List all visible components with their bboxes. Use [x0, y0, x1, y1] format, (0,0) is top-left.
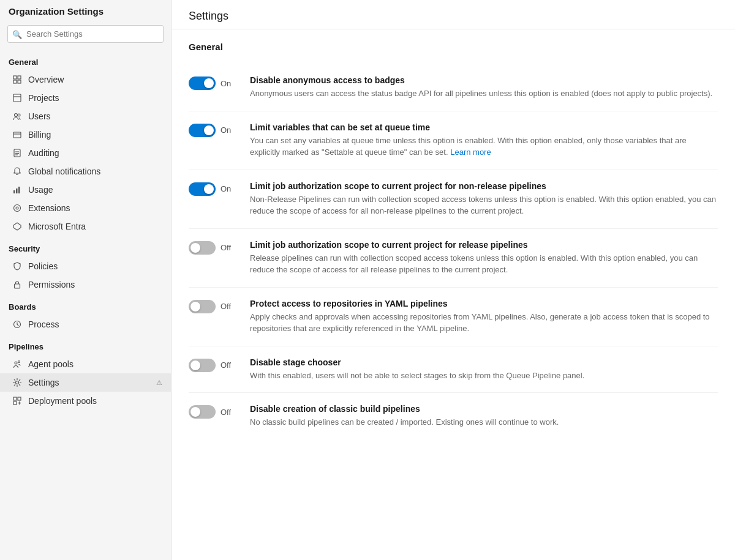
microsoft-entra-label: Microsoft Entra — [28, 222, 162, 231]
toggle-label-limit-job-auth-nonrelease: On — [221, 184, 234, 193]
toggle-knob-disable-stage-chooser — [190, 360, 200, 370]
section-label-pipelines: Pipelines — [0, 334, 171, 355]
toggle-disable-stage-chooser[interactable] — [189, 359, 216, 372]
toggle-limit-job-auth-nonrelease[interactable] — [189, 182, 216, 196]
global-notifications-label: Global notifications — [28, 166, 162, 176]
deployment-pools-icon — [12, 396, 22, 406]
setting-title-limit-job-auth-release: Limit job authorization scope to current… — [250, 240, 718, 250]
agent-pools-label: Agent pools — [28, 359, 162, 369]
setting-content-limit-job-auth-release: Limit job authorization scope to current… — [250, 240, 718, 276]
toggle-area-disable-classic-pipelines: Off — [189, 404, 238, 419]
toggle-limit-job-auth-release[interactable] — [189, 241, 216, 255]
setting-desc-disable-classic-pipelines: No classic build pipelines can be create… — [250, 416, 718, 428]
sidebar-item-extensions[interactable]: Extensions — [0, 199, 171, 217]
svg-rect-1 — [18, 76, 21, 79]
toggle-area-limit-job-auth-release: Off — [189, 240, 238, 255]
process-label: Process — [28, 319, 162, 329]
svg-point-17 — [14, 205, 21, 212]
toggle-anonymous-badges[interactable] — [189, 77, 216, 90]
sidebar-item-policies[interactable]: Policies — [0, 257, 171, 275]
setting-content-anonymous-badges: Disable anonymous access to badgesAnonym… — [250, 75, 718, 100]
svg-rect-0 — [13, 76, 17, 79]
settings-list: OnDisable anonymous access to badgesAnon… — [189, 64, 718, 439]
setting-row-limit-variables: OnLimit variables that can be set at que… — [189, 111, 718, 170]
extensions-label: Extensions — [28, 203, 162, 213]
setting-title-protect-yaml-repos: Protect access to repositories in YAML p… — [250, 299, 718, 308]
setting-link-limit-variables[interactable]: Learn more — [450, 147, 491, 157]
auditing-icon — [12, 148, 22, 158]
microsoft-entra-icon — [12, 222, 22, 231]
svg-rect-20 — [15, 284, 20, 288]
sidebar-nav: GeneralOverviewProjectsUsersBillingAudit… — [0, 49, 171, 560]
toggle-disable-classic-pipelines[interactable] — [189, 405, 216, 419]
setting-row-anonymous-badges: OnDisable anonymous access to badgesAnon… — [189, 64, 718, 111]
setting-content-protect-yaml-repos: Protect access to repositories in YAML p… — [250, 299, 718, 335]
billing-icon — [12, 130, 22, 140]
search-icon: 🔍 — [12, 29, 22, 39]
toggle-knob-protect-yaml-repos — [190, 302, 200, 312]
setting-content-disable-classic-pipelines: Disable creation of classic build pipeli… — [250, 404, 718, 428]
setting-desc-protect-yaml-repos: Apply checks and approvals when accessin… — [250, 311, 718, 335]
settings-label: Settings — [28, 378, 150, 387]
search-input[interactable] — [7, 25, 164, 43]
users-icon — [12, 111, 22, 121]
section-label-boards: Boards — [0, 294, 171, 315]
main-title: Settings — [172, 0, 735, 29]
toggle-knob-limit-variables — [204, 125, 214, 135]
toggle-area-protect-yaml-repos: Off — [189, 299, 238, 313]
svg-rect-3 — [18, 80, 21, 83]
toggle-knob-limit-job-auth-release — [190, 243, 200, 253]
toggle-area-anonymous-badges: On — [189, 75, 238, 90]
sidebar-item-billing[interactable]: Billing — [0, 125, 171, 144]
setting-desc-limit-variables: You can set any variables at queue time … — [250, 135, 718, 159]
usage-icon — [12, 185, 22, 195]
sidebar: Organization Settings 🔍 GeneralOverviewP… — [0, 0, 172, 560]
setting-row-limit-job-auth-nonrelease: OnLimit job authorization scope to curre… — [189, 170, 718, 229]
settings-badge: ⚠ — [156, 379, 162, 387]
permissions-label: Permissions — [28, 280, 162, 289]
agent-pools-icon — [12, 359, 22, 369]
setting-desc-disable-stage-chooser: With this enabled, users will not be abl… — [250, 370, 718, 382]
sidebar-item-projects[interactable]: Projects — [0, 89, 171, 107]
extensions-icon — [12, 203, 22, 213]
toggle-label-limit-job-auth-release: Off — [221, 243, 234, 252]
sidebar-item-deployment-pools[interactable]: Deployment pools — [0, 392, 171, 410]
sidebar-item-permissions[interactable]: Permissions — [0, 275, 171, 294]
toggle-protect-yaml-repos[interactable] — [189, 300, 216, 313]
toggle-limit-variables[interactable] — [189, 124, 216, 137]
sidebar-item-settings[interactable]: Settings⚠ — [0, 373, 171, 392]
sidebar-item-overview[interactable]: Overview — [0, 70, 171, 89]
toggle-label-limit-variables: On — [221, 125, 234, 135]
svg-rect-25 — [13, 397, 17, 400]
projects-icon — [12, 93, 22, 103]
toggle-label-protect-yaml-repos: Off — [221, 302, 234, 311]
permissions-icon — [12, 280, 22, 289]
settings-icon — [12, 378, 22, 387]
toggle-label-disable-stage-chooser: Off — [221, 360, 234, 370]
setting-row-disable-classic-pipelines: OffDisable creation of classic build pip… — [189, 393, 718, 439]
sidebar-item-auditing[interactable]: Auditing — [0, 144, 171, 162]
deployment-pools-label: Deployment pools — [28, 396, 162, 406]
setting-title-limit-variables: Limit variables that can be set at queue… — [250, 122, 718, 132]
svg-marker-19 — [13, 223, 21, 230]
sidebar-item-microsoft-entra[interactable]: Microsoft Entra — [0, 217, 171, 236]
setting-desc-limit-job-auth-nonrelease: Non-Release Pipelines can run with colle… — [250, 193, 718, 217]
svg-point-22 — [15, 362, 17, 364]
svg-point-24 — [16, 381, 19, 384]
sidebar-item-global-notifications[interactable]: Global notifications — [0, 162, 171, 181]
toggle-label-disable-classic-pipelines: Off — [221, 408, 234, 417]
sidebar-item-process[interactable]: Process — [0, 315, 171, 334]
billing-label: Billing — [28, 130, 162, 140]
process-icon — [12, 319, 22, 329]
section-title: General — [189, 42, 718, 52]
section-label-general: General — [0, 49, 171, 70]
sidebar-item-usage[interactable]: Usage — [0, 181, 171, 199]
overview-label: Overview — [28, 75, 162, 84]
setting-desc-anonymous-badges: Anonymous users can access the status ba… — [250, 88, 718, 100]
sidebar-item-users[interactable]: Users — [0, 107, 171, 125]
svg-rect-2 — [13, 80, 17, 83]
setting-title-limit-job-auth-nonrelease: Limit job authorization scope to current… — [250, 181, 718, 191]
svg-rect-27 — [13, 401, 17, 405]
sidebar-item-agent-pools[interactable]: Agent pools — [0, 355, 171, 373]
setting-desc-limit-job-auth-release: Release pipelines can run with collectio… — [250, 252, 718, 276]
